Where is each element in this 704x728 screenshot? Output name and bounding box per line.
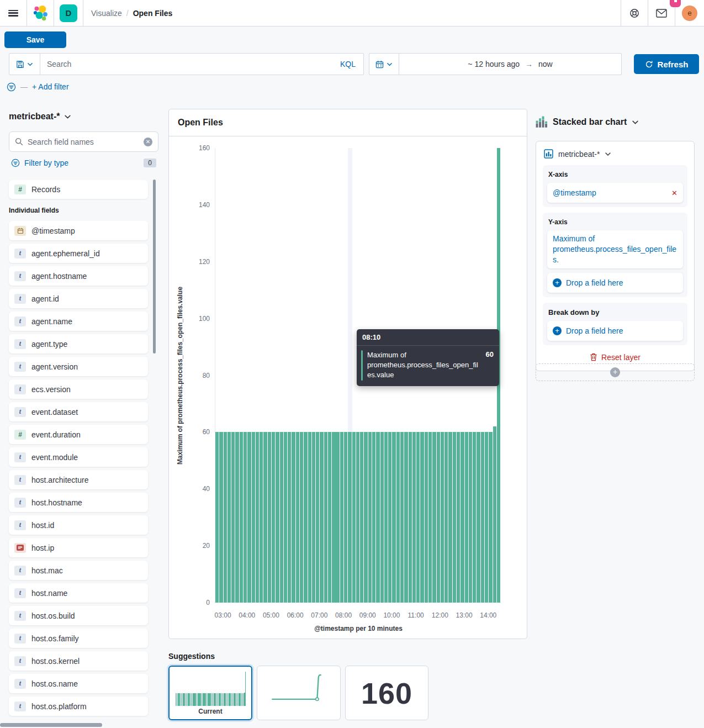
bar[interactable] [388,432,391,603]
field-item[interactable]: tagent.hostname [9,266,148,286]
bar[interactable] [380,432,384,603]
add-filter-button[interactable]: + Add filter [32,82,69,91]
field-item[interactable]: tecs.version [9,379,148,399]
bar[interactable] [453,432,456,603]
date-range-end[interactable]: now [538,60,553,68]
field-item[interactable]: tagent.version [9,357,148,376]
bar[interactable] [493,426,496,603]
bar[interactable] [416,432,420,603]
bar[interactable] [240,432,243,603]
bar[interactable] [231,432,235,603]
bar[interactable] [244,432,247,603]
menu-button[interactable] [0,0,27,27]
bar[interactable] [252,432,255,603]
bar[interactable] [296,432,299,603]
bar[interactable] [288,432,291,603]
bar[interactable] [227,432,231,603]
bar[interactable] [352,432,356,603]
bar[interactable] [340,432,343,603]
bar[interactable] [348,432,351,603]
bar[interactable] [276,432,279,603]
bar[interactable] [280,432,283,603]
save-button[interactable]: Save [4,31,66,48]
break-down-drop-target[interactable]: + Drop a field here [547,321,683,341]
field-item[interactable]: tagent.ephemeral_id [9,244,148,263]
index-pattern-switcher[interactable]: metricbeat-* [9,112,159,122]
x-axis-dimension[interactable]: @timestamp ✕ [547,183,683,203]
bar[interactable] [300,432,303,603]
layer-index-pattern[interactable]: metricbeat-* [544,149,686,159]
date-range-start[interactable]: ~ 12 hours ago [468,60,520,68]
bar[interactable] [284,432,287,603]
field-item[interactable]: tevent.dataset [9,402,148,421]
horizontal-scrollbar[interactable] [0,723,102,727]
bar[interactable] [372,432,375,603]
field-item[interactable]: thost.name [9,583,148,603]
field-item[interactable]: @timestamp [9,221,148,240]
breadcrumb-visualize[interactable]: Visualize [91,9,122,18]
bar[interactable] [409,432,412,603]
bar[interactable] [312,432,315,603]
field-item[interactable]: thost.id [9,515,148,535]
bar[interactable] [465,432,468,603]
field-item[interactable]: thost.os.family [9,629,148,648]
bar[interactable] [272,432,275,603]
reset-layer-button[interactable]: Reset layer [543,353,687,362]
bar[interactable] [263,432,267,603]
user-avatar[interactable]: e [682,6,697,21]
bar[interactable] [460,432,464,603]
bar[interactable] [425,432,428,603]
bar[interactable] [332,432,335,603]
bar[interactable] [364,432,367,603]
bar[interactable] [441,432,444,603]
date-quick-select-button[interactable] [369,54,399,75]
bar[interactable] [404,432,407,603]
y-axis-drop-target[interactable]: + Drop a field here [547,273,683,293]
saved-query-menu-button[interactable] [9,54,40,75]
field-item[interactable]: #event.duration [9,425,148,444]
bar[interactable] [292,432,295,603]
field-item[interactable]: tagent.id [9,289,148,308]
field-item[interactable]: thost.os.kernel [9,651,148,671]
bar[interactable] [344,432,347,603]
sidebar-scrollbar[interactable] [153,180,156,354]
field-item[interactable]: tagent.type [9,334,148,354]
field-item[interactable]: IPhost.ip [9,538,148,557]
remove-dimension-icon[interactable]: ✕ [667,189,677,197]
bar[interactable] [224,432,227,603]
bar[interactable] [481,432,484,603]
field-item[interactable]: thost.os.build [9,606,148,625]
bar[interactable] [428,432,432,603]
bar[interactable] [489,432,492,603]
bar[interactable] [328,432,331,603]
field-item[interactable]: thost.mac [9,561,148,580]
clear-search-icon[interactable]: ✕ [144,138,152,146]
space-badge[interactable]: D [60,4,77,22]
bar[interactable] [400,432,404,603]
bar[interactable] [247,432,251,603]
bar[interactable] [308,432,311,603]
bar[interactable] [260,432,263,603]
add-layer-button[interactable]: + [536,363,695,381]
query-language-toggle[interactable]: KQL [332,60,363,68]
bar[interactable] [437,432,440,603]
bar[interactable] [444,432,448,603]
field-item[interactable]: thost.os.name [9,674,148,693]
bar[interactable] [368,432,372,603]
bar[interactable] [477,432,480,603]
bar[interactable] [219,432,223,603]
y-axis-dimension[interactable]: Maximum of prometheus.process_files_open… [547,230,683,268]
refresh-button[interactable]: Refresh [634,54,699,74]
bar[interactable] [420,432,424,603]
bar[interactable] [268,432,271,603]
bar[interactable] [316,432,319,603]
field-item[interactable]: thost.hostname [9,493,148,512]
bar[interactable] [384,432,388,603]
bar[interactable] [356,432,359,603]
search-input[interactable] [40,60,332,68]
bar[interactable] [432,432,436,603]
suggestion-line-chart[interactable] [257,666,341,720]
bar[interactable] [469,432,472,603]
bar[interactable] [256,432,259,603]
newsfeed-button[interactable] [648,0,675,27]
